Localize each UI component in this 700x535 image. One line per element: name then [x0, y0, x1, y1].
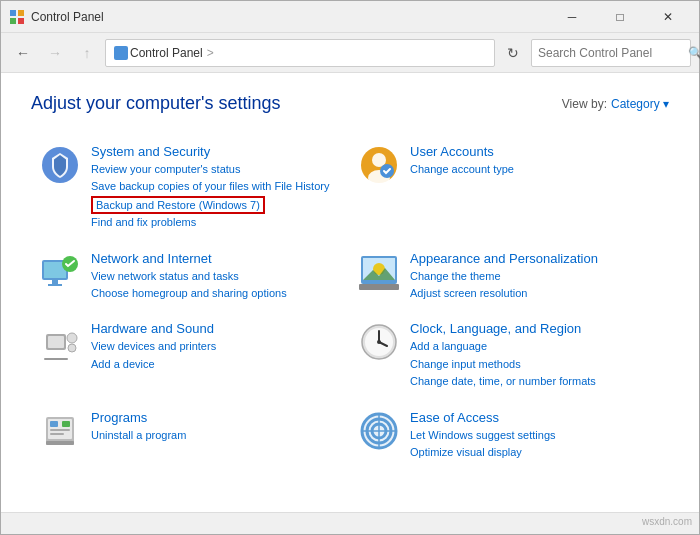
control-panel-window: Control Panel ─ □ ✕ ← → ↑ Control Panel … [0, 0, 700, 535]
clock-link-2[interactable]: Change input methods [410, 357, 661, 372]
svg-rect-31 [62, 421, 70, 427]
ease-of-access-content: Ease of Access Let Windows suggest setti… [410, 410, 661, 461]
network-internet-content: Network and Internet View network status… [91, 251, 342, 302]
page-title: Adjust your computer's settings [31, 93, 281, 114]
svg-rect-34 [46, 441, 74, 445]
user-accounts-icon [358, 144, 400, 186]
categories-grid: System and Security Review your computer… [31, 134, 669, 470]
view-by-value[interactable]: Category ▾ [611, 97, 669, 111]
category-clock: Clock, Language, and Region Add a langua… [350, 311, 669, 399]
close-button[interactable]: ✕ [645, 1, 691, 33]
network-internet-link-1[interactable]: View network status and tasks [91, 269, 342, 284]
svg-rect-30 [50, 421, 58, 427]
svg-rect-22 [44, 358, 68, 360]
user-accounts-link-1[interactable]: Change account type [410, 162, 661, 177]
minimize-button[interactable]: ─ [549, 1, 595, 33]
address-icon [114, 46, 128, 60]
window-icon [9, 9, 25, 25]
hardware-sound-link-2[interactable]: Add a device [91, 357, 342, 372]
svg-rect-2 [10, 18, 16, 24]
appearance-title[interactable]: Appearance and Personalization [410, 251, 661, 266]
ease-of-access-link-1[interactable]: Let Windows suggest settings [410, 428, 661, 443]
breadcrumb: Control Panel > [130, 46, 486, 60]
appearance-link-2[interactable]: Adjust screen resolution [410, 286, 661, 301]
refresh-button[interactable]: ↻ [499, 39, 527, 67]
appearance-content: Appearance and Personalization Change th… [410, 251, 661, 302]
main-content: Adjust your computer's settings View by:… [1, 73, 699, 512]
search-input[interactable] [538, 46, 688, 60]
hardware-sound-link-1[interactable]: View devices and printers [91, 339, 342, 354]
programs-icon [39, 410, 81, 452]
ease-of-access-icon [358, 410, 400, 452]
search-box[interactable]: 🔍 [531, 39, 691, 67]
svg-rect-19 [48, 336, 64, 348]
category-user-accounts: User Accounts Change account type [350, 134, 669, 241]
status-bar [1, 512, 699, 534]
system-security-link-4[interactable]: Find and fix problems [91, 215, 342, 230]
window-controls: ─ □ ✕ [549, 1, 691, 33]
svg-rect-32 [50, 429, 70, 431]
svg-rect-1 [18, 10, 24, 16]
ease-of-access-link-2[interactable]: Optimize visual display [410, 445, 661, 460]
network-internet-icon [39, 251, 81, 293]
system-security-link-1[interactable]: Review your computer's status [91, 162, 342, 177]
svg-point-20 [67, 333, 77, 343]
breadcrumb-item: Control Panel [130, 46, 203, 60]
watermark: wsxdn.com [642, 516, 692, 527]
svg-rect-3 [18, 18, 24, 24]
up-button[interactable]: ↑ [73, 39, 101, 67]
category-hardware-sound: Hardware and Sound View devices and prin… [31, 311, 350, 399]
category-network-internet: Network and Internet View network status… [31, 241, 350, 312]
svg-rect-16 [359, 284, 399, 290]
view-by-label: View by: [562, 97, 607, 111]
clock-link-1[interactable]: Add a language [410, 339, 661, 354]
address-field[interactable]: Control Panel > [105, 39, 495, 67]
category-system-security: System and Security Review your computer… [31, 134, 350, 241]
programs-title[interactable]: Programs [91, 410, 342, 425]
svg-rect-33 [50, 433, 64, 435]
ease-of-access-title[interactable]: Ease of Access [410, 410, 661, 425]
category-programs: Programs Uninstall a program [31, 400, 350, 471]
system-security-title[interactable]: System and Security [91, 144, 342, 159]
svg-rect-0 [10, 10, 16, 16]
hardware-sound-icon [39, 321, 81, 363]
category-ease-of-access: Ease of Access Let Windows suggest setti… [350, 400, 669, 471]
clock-title[interactable]: Clock, Language, and Region [410, 321, 661, 336]
breadcrumb-separator: > [207, 46, 214, 60]
system-security-icon [39, 144, 81, 186]
clock-link-3[interactable]: Change date, time, or number formats [410, 374, 661, 389]
maximize-button[interactable]: □ [597, 1, 643, 33]
system-security-link-3[interactable]: Backup and Restore (Windows 7) [91, 196, 265, 214]
window-title: Control Panel [31, 10, 549, 24]
network-internet-link-2[interactable]: Choose homegroup and sharing options [91, 286, 342, 301]
hardware-sound-title[interactable]: Hardware and Sound [91, 321, 342, 336]
hardware-sound-content: Hardware and Sound View devices and prin… [91, 321, 342, 372]
forward-button[interactable]: → [41, 39, 69, 67]
view-by: View by: Category ▾ [562, 97, 669, 111]
appearance-link-1[interactable]: Change the theme [410, 269, 661, 284]
clock-icon [358, 321, 400, 363]
appearance-icon [358, 251, 400, 293]
network-internet-title[interactable]: Network and Internet [91, 251, 342, 266]
title-bar: Control Panel ─ □ ✕ [1, 1, 699, 33]
address-bar: ← → ↑ Control Panel > ↻ 🔍 [1, 33, 699, 73]
programs-content: Programs Uninstall a program [91, 410, 342, 443]
user-accounts-title[interactable]: User Accounts [410, 144, 661, 159]
clock-content: Clock, Language, and Region Add a langua… [410, 321, 661, 389]
svg-rect-12 [48, 284, 62, 286]
svg-point-21 [68, 344, 76, 352]
svg-point-27 [377, 340, 381, 344]
search-icon[interactable]: 🔍 [688, 46, 700, 60]
back-button[interactable]: ← [9, 39, 37, 67]
category-appearance: Appearance and Personalization Change th… [350, 241, 669, 312]
svg-rect-11 [52, 280, 58, 284]
programs-link-1[interactable]: Uninstall a program [91, 428, 342, 443]
system-security-link-2[interactable]: Save backup copies of your files with Fi… [91, 179, 342, 194]
page-header: Adjust your computer's settings View by:… [31, 93, 669, 114]
system-security-content: System and Security Review your computer… [91, 144, 342, 231]
user-accounts-content: User Accounts Change account type [410, 144, 661, 177]
